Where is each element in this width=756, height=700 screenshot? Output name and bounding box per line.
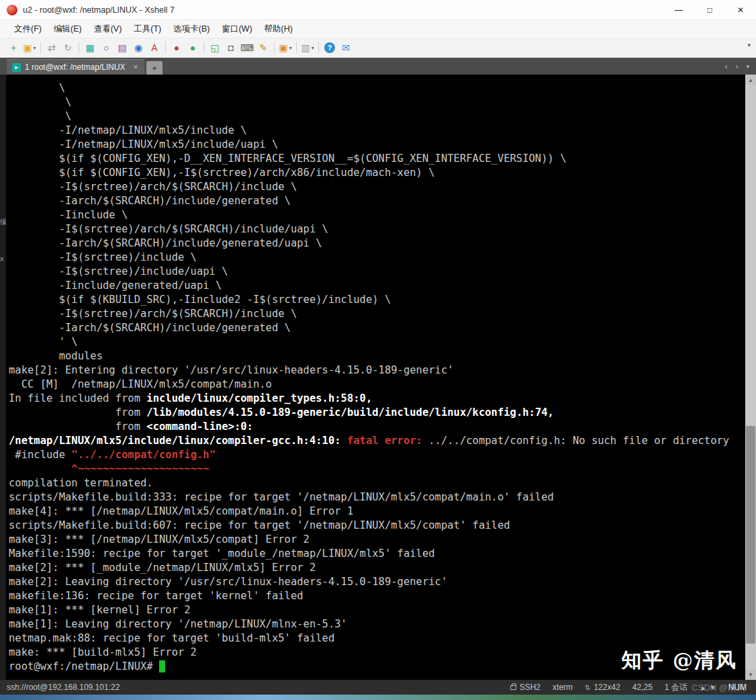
- minimize-button[interactable]: —: [663, 0, 694, 20]
- reconnect-icon[interactable]: ↻: [60, 40, 76, 56]
- toolbar-overflow-icon[interactable]: ▾: [747, 42, 751, 48]
- close-button[interactable]: ✕: [725, 0, 756, 20]
- terminal-line: -I$(srctree)/include \: [9, 251, 745, 265]
- window-title: u2 - root@wxf: /netmap/LINUX - Xshell 7: [23, 5, 175, 15]
- chat-icon[interactable]: ✉: [338, 40, 354, 56]
- terminal-line: \: [9, 95, 745, 110]
- scrollbar-thumb[interactable]: [746, 426, 755, 644]
- terminal-type: xterm: [553, 683, 573, 692]
- terminal-line: makefile:136: recipe for target 'kernel'…: [9, 589, 745, 603]
- web-browser-icon[interactable]: ◉: [130, 40, 146, 56]
- menu-item-file[interactable]: 文件(F): [8, 21, 48, 38]
- menu-item-edit[interactable]: 编辑(E): [48, 21, 88, 38]
- font-icon[interactable]: A: [146, 40, 162, 56]
- xshell-window: u2 - root@wxf: /netmap/LINUX - Xshell 7 …: [0, 0, 756, 700]
- run-script-icon[interactable]: ●: [185, 40, 201, 56]
- lock-screen-icon[interactable]: ◘: [223, 40, 239, 56]
- terminal-line: scripts/Makefile.build:607: recipe for t…: [9, 519, 745, 533]
- lock-screen-glyph: ◘: [228, 42, 234, 53]
- terminal-line: $(if $(CONFIG_XEN),-I$(srctree)/arch/x86…: [9, 166, 745, 180]
- terminal-line: -Iarch/$(SRCARCH)/include/generated \: [9, 194, 745, 208]
- terminal-line: $(if $(KBUILD_SRC),-Iinclude2 -I$(srctre…: [9, 293, 745, 307]
- session-tab-icon: ▸: [12, 63, 21, 72]
- tab-nav: ‹ › ▾: [724, 58, 756, 75]
- layout-icon[interactable]: ▥▾: [299, 40, 316, 56]
- fullscreen-icon[interactable]: ◱: [207, 40, 223, 56]
- keyboard-glyph: ⌨: [240, 42, 254, 53]
- background-glyph: 编: [0, 217, 6, 227]
- run-script-glyph: ●: [190, 42, 195, 53]
- desktop-wallpaper-edge: [0, 695, 756, 700]
- terminal-scrollbar: ▲ ▼: [745, 75, 756, 680]
- toolbar: +▣▾⇄↻▦○▤◉A●●◱◘⌨✎▣▾▥▾?✉: [0, 38, 756, 58]
- menu-item-window[interactable]: 窗口(W): [216, 21, 258, 38]
- csdn-watermark: CSDN @清风: [692, 682, 745, 694]
- file-manager-dropdown-caret-icon[interactable]: ▾: [289, 45, 292, 51]
- tab-list-caret-icon[interactable]: ▾: [746, 63, 749, 70]
- terminal-line: netmap.mak:88: recipe for target 'build-…: [9, 631, 745, 646]
- statusbar: ssh://root@192.168.109.101:22 SSH2 xterm…: [0, 680, 756, 695]
- help-glyph: ?: [324, 42, 335, 53]
- session-count: 1 会话: [665, 682, 688, 693]
- new-terminal-icon[interactable]: ▦: [82, 40, 98, 56]
- menu-item-help[interactable]: 帮助(H): [258, 21, 299, 38]
- tab-close-icon[interactable]: ×: [134, 62, 138, 72]
- terminal-line: \: [9, 81, 745, 95]
- layout-dropdown-caret-icon[interactable]: ▾: [312, 45, 314, 51]
- reconnect-glyph: ↻: [64, 42, 72, 53]
- terminal-line: -Iinclude/generated/uapi \: [9, 279, 745, 293]
- tab-scroll-right-icon[interactable]: ›: [735, 62, 738, 71]
- terminal-line: from /lib/modules/4.15.0-189-generic/bui…: [9, 406, 745, 420]
- open-sessions-glyph: ▣: [23, 42, 32, 53]
- terminal-line: In file included from include/linux/comp…: [9, 392, 745, 406]
- properties-glyph: ▤: [117, 42, 126, 53]
- layout-glyph: ▥: [301, 42, 310, 53]
- scroll-up-icon[interactable]: ▲: [745, 75, 756, 85]
- scroll-down-icon[interactable]: ▼: [745, 669, 756, 680]
- terminal-line: make[1]: Leaving directory '/netmap/LINU…: [9, 617, 745, 631]
- help-icon[interactable]: ?: [322, 40, 338, 56]
- terminal-line: make[1]: *** [kernel] Error 2: [9, 603, 745, 617]
- terminal-line: modules: [9, 349, 745, 363]
- toolbar-separator: [165, 42, 166, 54]
- terminal-cursor: [159, 660, 165, 672]
- properties-icon[interactable]: ▤: [114, 40, 130, 56]
- terminal-line: make[3]: *** [/netmap/LINUX/mlx5/compat]…: [9, 533, 745, 547]
- open-sessions-dropdown-caret-icon[interactable]: ▾: [34, 45, 36, 51]
- new-tab-button[interactable]: +: [146, 61, 162, 75]
- open-sessions-icon[interactable]: ▣▾: [21, 40, 38, 56]
- tab-scroll-left-icon[interactable]: ‹: [724, 62, 727, 71]
- terminal-line: -I/netmap/LINUX/mlx5/include/uapi \: [9, 138, 745, 152]
- window-controls: — □ ✕: [663, 0, 756, 20]
- keyboard-icon[interactable]: ⌨: [239, 40, 255, 56]
- find-icon[interactable]: ○: [98, 40, 114, 56]
- lock-icon: [510, 685, 516, 690]
- font-glyph: A: [151, 42, 157, 53]
- toolbar-separator: [296, 42, 297, 54]
- fullscreen-glyph: ◱: [210, 42, 219, 53]
- terminal-line: make[2]: Leaving directory '/usr/src/lin…: [9, 575, 745, 589]
- menu-item-tab[interactable]: 选项卡(B): [167, 21, 216, 38]
- chat-glyph: ✉: [342, 42, 350, 53]
- find-glyph: ○: [103, 42, 109, 53]
- terminal-size: ⇅ 122x42: [585, 683, 620, 692]
- terminal-output[interactable]: \ \ \ -I/netmap/LINUX/mlx5/include \ -I/…: [0, 75, 745, 680]
- resize-icon: ⇅: [585, 684, 590, 691]
- menu-item-tools[interactable]: 工具(T): [128, 21, 167, 38]
- zhihu-watermark: 知乎 @清风: [622, 647, 737, 674]
- terminal-line: $(if $(CONFIG_XEN),-D__XEN_INTERFACE_VER…: [9, 152, 745, 166]
- file-manager-icon[interactable]: ▣▾: [277, 40, 293, 56]
- highlight-icon[interactable]: ✎: [255, 40, 271, 56]
- toolbar-separator: [40, 42, 41, 54]
- session-tab[interactable]: ▸ 1 root@wxf: /netmap/LINUX ×: [7, 59, 144, 75]
- record-icon[interactable]: ●: [169, 40, 185, 56]
- terminal-line: -I$(srctree)/arch/$(SRCARCH)/include \: [9, 180, 745, 194]
- connection-url: ssh://root@192.168.109.101:22: [7, 683, 120, 692]
- background-window-edge: 编 x: [0, 75, 6, 680]
- transfer-icon[interactable]: ⇄: [44, 40, 60, 56]
- new-terminal-glyph: ▦: [85, 42, 94, 53]
- tabbar: ▸ 1 root@wxf: /netmap/LINUX × + ‹ › ▾: [0, 58, 756, 75]
- maximize-button[interactable]: □: [694, 0, 725, 20]
- menu-item-view[interactable]: 查看(V): [88, 21, 128, 38]
- new-session-icon[interactable]: +: [5, 40, 21, 56]
